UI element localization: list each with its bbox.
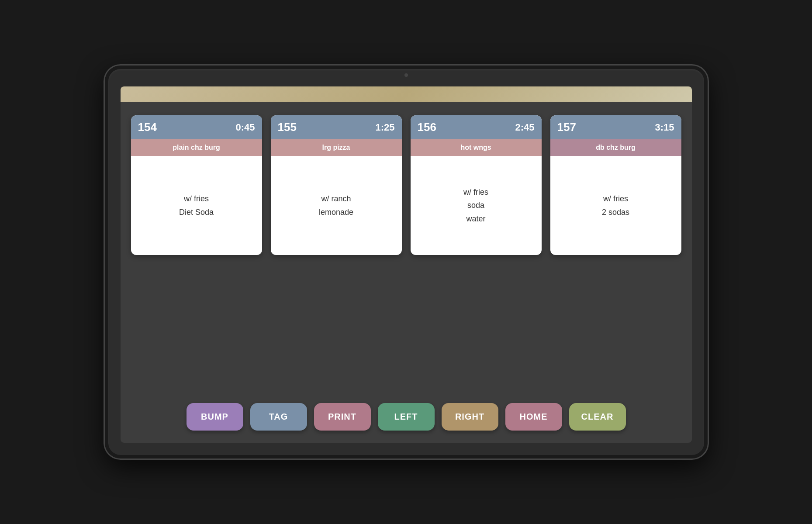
screen: 154 0:45 plain chz burg w/ friesDiet Sod… bbox=[121, 86, 692, 443]
order-card-155[interactable]: 155 1:25 lrg pizza w/ ranchlemonade bbox=[271, 115, 402, 255]
card-header-155: 155 1:25 bbox=[271, 115, 402, 139]
order-time-156: 2:45 bbox=[515, 122, 534, 133]
card-item-name-157: db chz burg bbox=[550, 139, 681, 156]
left-button[interactable]: LEFT bbox=[378, 403, 435, 431]
card-body-items-155: w/ ranchlemonade bbox=[319, 192, 353, 219]
order-detail: Diet Soda bbox=[179, 206, 214, 219]
card-item-name-154: plain chz burg bbox=[131, 139, 262, 156]
card-header-156: 156 2:45 bbox=[411, 115, 542, 139]
buttons-row: BUMPTAGPRINTLEFTRIGHTHOMECLEAR bbox=[131, 396, 681, 434]
order-number-157: 157 bbox=[557, 121, 576, 134]
card-body-items-156: w/ friessodawater bbox=[463, 186, 488, 226]
order-detail: lemonade bbox=[319, 206, 353, 219]
order-detail: w/ fries bbox=[179, 192, 214, 206]
order-time-157: 3:15 bbox=[655, 122, 674, 133]
card-body-155: w/ ranchlemonade bbox=[271, 156, 402, 255]
order-detail: water bbox=[463, 212, 488, 226]
clear-button[interactable]: CLEAR bbox=[569, 403, 626, 431]
right-button[interactable]: RIGHT bbox=[442, 403, 498, 431]
app-header bbox=[121, 86, 692, 102]
tag-button[interactable]: TAG bbox=[250, 403, 307, 431]
main-content: 154 0:45 plain chz burg w/ friesDiet Sod… bbox=[121, 102, 692, 443]
order-number-155: 155 bbox=[278, 121, 297, 134]
orders-grid: 154 0:45 plain chz burg w/ friesDiet Sod… bbox=[131, 115, 681, 396]
order-time-154: 0:45 bbox=[235, 122, 255, 133]
card-body-156: w/ friessodawater bbox=[411, 156, 542, 255]
card-item-name-156: hot wngs bbox=[411, 139, 542, 156]
card-body-items-154: w/ friesDiet Soda bbox=[179, 192, 214, 219]
order-card-157[interactable]: 157 3:15 db chz burg w/ fries2 sodas bbox=[550, 115, 681, 255]
order-detail: soda bbox=[463, 199, 488, 212]
order-detail: w/ fries bbox=[602, 192, 629, 206]
bump-button[interactable]: BUMP bbox=[187, 403, 243, 431]
order-number-154: 154 bbox=[138, 121, 157, 134]
order-card-154[interactable]: 154 0:45 plain chz burg w/ friesDiet Sod… bbox=[131, 115, 262, 255]
order-time-155: 1:25 bbox=[375, 122, 394, 133]
card-header-157: 157 3:15 bbox=[550, 115, 681, 139]
order-number-156: 156 bbox=[418, 121, 436, 134]
order-card-156[interactable]: 156 2:45 hot wngs w/ friessodawater bbox=[411, 115, 542, 255]
card-body-154: w/ friesDiet Soda bbox=[131, 156, 262, 255]
print-button[interactable]: PRINT bbox=[314, 403, 371, 431]
tablet-frame: 154 0:45 plain chz burg w/ friesDiet Sod… bbox=[105, 66, 708, 458]
order-detail: 2 sodas bbox=[602, 206, 629, 219]
order-detail: w/ ranch bbox=[319, 192, 353, 206]
card-header-154: 154 0:45 bbox=[131, 115, 262, 139]
home-button[interactable]: HOME bbox=[505, 403, 562, 431]
card-body-157: w/ fries2 sodas bbox=[550, 156, 681, 255]
card-body-items-157: w/ fries2 sodas bbox=[602, 192, 629, 219]
card-item-name-155: lrg pizza bbox=[271, 139, 402, 156]
order-detail: w/ fries bbox=[463, 186, 488, 199]
